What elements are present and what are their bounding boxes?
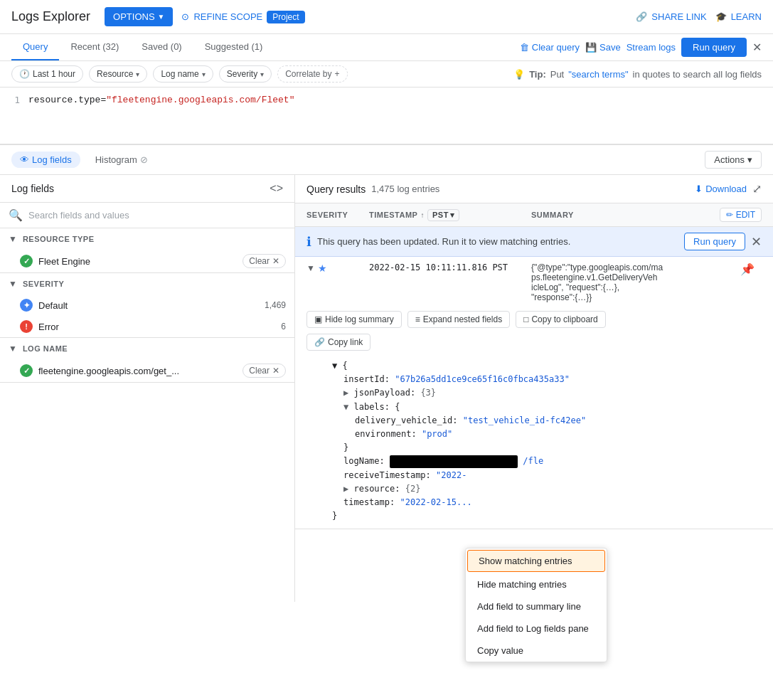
- two-column-layout: Log fields <> 🔍 ▼ RESOURCE TYPE ✓ Fleet …: [0, 175, 773, 602]
- code-editor[interactable]: resource.type="fleetengine.googleapis.co…: [28, 93, 294, 138]
- severity-filter-chip[interactable]: Severity ▾: [219, 65, 272, 83]
- log-name-clear-icon[interactable]: ✕: [272, 366, 279, 376]
- close-banner-button[interactable]: ✕: [751, 234, 762, 250]
- pst-badge[interactable]: PST ▾: [427, 209, 459, 221]
- labels-expand-icon[interactable]: ▼: [343, 402, 353, 412]
- stream-logs-button[interactable]: Stream logs: [627, 42, 676, 53]
- refine-scope-button[interactable]: ⊙ REFINE SCOPE Project: [181, 11, 304, 23]
- copy-link-button[interactable]: 🔗 Copy link: [306, 334, 370, 351]
- expand-button[interactable]: ⤢: [752, 182, 762, 196]
- log-name-clear-badge[interactable]: Clear ✕: [242, 364, 286, 378]
- context-menu-item-add-log-fields[interactable]: Add field to Log fields pane: [466, 617, 607, 640]
- edit-button[interactable]: ✏ EDIT: [720, 208, 762, 222]
- panel-header: Log fields <>: [0, 175, 294, 203]
- top-bar: Logs Explorer OPTIONS ▼ ⊙ REFINE SCOPE P…: [0, 0, 773, 34]
- json-resource-collapsed: {2}: [405, 484, 421, 494]
- histogram-view-button[interactable]: Histogram ⊘: [86, 151, 157, 169]
- query-results-panel: Query results 1,475 log entries ⬇ Downlo…: [295, 175, 773, 602]
- default-severity-item: ✦ Default 1,469: [0, 295, 294, 316]
- context-menu-item-hide-matching[interactable]: Hide matching entries: [466, 573, 607, 595]
- info-banner: ℹ This query has been updated. Run it to…: [295, 227, 773, 257]
- code-value: "fleetengine.googleapis.com/Fleet": [106, 95, 294, 105]
- pin-icon[interactable]: 📌: [740, 262, 762, 276]
- share-link-button[interactable]: 🔗 SHARE LINK: [636, 11, 706, 22]
- scope-icon: ⊙: [181, 11, 189, 22]
- query-tabs: Query Recent (32) Saved (0) Suggested (1…: [0, 34, 773, 61]
- timestamp-col: 2022-02-15 10:11:11.816 PST: [369, 262, 526, 272]
- default-severity-count: 1,469: [265, 300, 286, 310]
- resource-filter-chip[interactable]: Resource ▾: [89, 65, 147, 83]
- json-delivery-vehicle-line: delivery_vehicle_id: "test_vehicle_id-fc…: [332, 414, 762, 428]
- timestamp-column-header: TIMESTAMP ↑ PST ▾: [369, 209, 526, 221]
- json-labels-close: }: [332, 441, 762, 455]
- query-editor: 1 resource.type="fleetengine.googleapis.…: [0, 88, 773, 144]
- learn-button[interactable]: 🎓 LEARN: [715, 11, 762, 22]
- summary-column-header: SUMMARY ✏ EDIT: [531, 208, 762, 222]
- fleet-engine-field-item: ✓ Fleet Engine Clear ✕: [0, 250, 294, 272]
- link-icon: 🔗: [636, 11, 647, 22]
- log-entry-header: ▼ ★ 2022-02-15 10:11:11.816 PST {"@type"…: [295, 257, 773, 308]
- actions-button[interactable]: Actions ▾: [705, 151, 762, 169]
- info-text: This query has been updated. Run it to v…: [317, 236, 678, 247]
- log-actions: ▣ Hide log summary ≡ Expand nested field…: [295, 308, 773, 334]
- main-content: 👁 Log fields Histogram ⊘ Actions ▾ Log f…: [0, 145, 773, 602]
- time-filter-chip[interactable]: 🕐 Last 1 hour: [11, 65, 83, 83]
- clear-query-button[interactable]: 🗑 Clear query: [520, 42, 580, 53]
- link-icon2: 🔗: [314, 337, 325, 347]
- resource-type-group-header[interactable]: ▼ RESOURCE TYPE: [0, 228, 294, 250]
- json-environment-value: "prod": [422, 429, 452, 439]
- tip-bulb-icon: 💡: [513, 69, 525, 80]
- payload-expand-icon[interactable]: ▶: [343, 388, 353, 398]
- log-fields-view-button[interactable]: 👁 Log fields: [11, 152, 80, 168]
- severity-group-header[interactable]: ▼ SEVERITY: [0, 273, 294, 295]
- run-query-small-button[interactable]: Run query: [684, 233, 745, 250]
- context-menu-item-show-matching[interactable]: Show matching entries: [467, 550, 605, 572]
- tip-text: Put: [550, 69, 565, 80]
- error-severity-icon: !: [20, 320, 33, 333]
- code-toggle-button[interactable]: <>: [270, 182, 283, 195]
- copy-clipboard-button[interactable]: □ Copy to clipboard: [516, 311, 606, 328]
- json-insertid-value: "67b26a5dd1ce9ce65f16c0fbca435a33": [395, 374, 570, 384]
- fleet-engine-clear-badge[interactable]: Clear ✕: [242, 254, 286, 268]
- resource-expand-icon[interactable]: ▶: [343, 484, 353, 494]
- expand-nested-button[interactable]: ≡ Expand nested fields: [407, 311, 510, 328]
- json-timestamp-line: timestamp: "2022-02-15...: [332, 496, 762, 509]
- log-actions-row2: 🔗 Copy link: [295, 334, 773, 356]
- resource-arrow-icon: ▾: [136, 70, 139, 78]
- options-button[interactable]: OPTIONS ▼: [105, 7, 173, 26]
- options-arrow-icon: ▼: [158, 13, 165, 21]
- learn-icon: 🎓: [715, 11, 727, 22]
- tab-recent[interactable]: Recent (32): [59, 34, 130, 60]
- severity-expand-icon: ▼: [9, 279, 17, 289]
- download-button[interactable]: ⬇ Download: [695, 184, 747, 194]
- fleet-engine-clear-icon[interactable]: ✕: [272, 256, 279, 266]
- tab-saved[interactable]: Saved (0): [130, 34, 193, 60]
- run-query-button[interactable]: Run query: [681, 38, 747, 57]
- logname-filter-chip[interactable]: Log name ▾: [153, 65, 213, 83]
- filter-row: 🕐 Last 1 hour Resource ▾ Log name ▾ Seve…: [0, 61, 773, 88]
- code-icon: <>: [270, 182, 283, 195]
- log-name-group-header[interactable]: ▼ LOG NAME: [0, 338, 294, 359]
- default-severity-name: Default: [38, 300, 259, 311]
- collapse-button[interactable]: ✕: [752, 41, 762, 54]
- code-key: resource.type=: [28, 95, 106, 105]
- context-menu-item-add-summary[interactable]: Add field to summary line: [466, 595, 607, 617]
- severity-group-label: SEVERITY: [23, 280, 64, 288]
- clipboard-icon: □: [523, 314, 528, 324]
- search-fields-input[interactable]: [28, 210, 286, 221]
- info-icon: ℹ: [306, 234, 311, 250]
- save-button[interactable]: 💾 Save: [585, 42, 621, 53]
- context-menu-item-copy-value[interactable]: Copy value: [466, 640, 607, 662]
- search-icon: 🔍: [9, 208, 23, 222]
- save-icon: 💾: [585, 42, 597, 53]
- eye-icon: 👁: [20, 154, 29, 165]
- expand-entry-icon[interactable]: ▼: [306, 263, 315, 273]
- tab-query[interactable]: Query: [11, 34, 59, 60]
- results-header: Query results 1,475 log entries ⬇ Downlo…: [295, 175, 773, 203]
- log-entry-body: ▼ { insertId: "67b26a5dd1ce9ce65f16c0fbc…: [295, 356, 773, 529]
- tip-text-end: in quotes to search all log fields: [633, 69, 762, 80]
- correlate-chip[interactable]: Correlate by +: [277, 65, 347, 83]
- hide-log-summary-button[interactable]: ▣ Hide log summary: [306, 311, 402, 328]
- resource-type-group: ▼ RESOURCE TYPE ✓ Fleet Engine Clear ✕: [0, 228, 294, 273]
- tab-suggested[interactable]: Suggested (1): [193, 34, 274, 60]
